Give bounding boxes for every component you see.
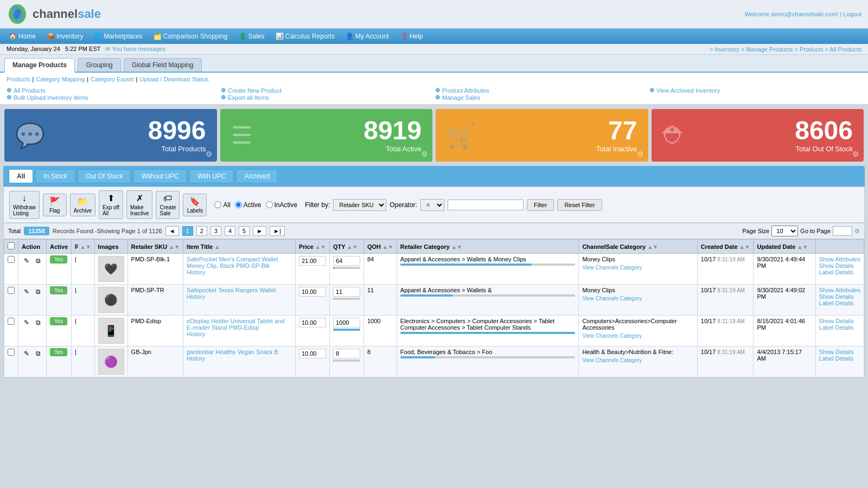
link-category-mapping[interactable]: Category Mapping	[36, 76, 85, 82]
row-checkbox-1[interactable]	[8, 287, 15, 294]
link-category-export[interactable]: Category Export	[91, 76, 133, 82]
stat-settings-inactive[interactable]: ⚙	[637, 150, 644, 158]
filter-by-select[interactable]: Retailer SKU Item Title Price QTY	[333, 199, 386, 211]
btn-flag[interactable]: 🚩 Flag	[43, 194, 67, 216]
action-product-attributes[interactable]: ⊕ Product Attributes	[435, 87, 647, 94]
copy-icon-0[interactable]: ⧉	[33, 256, 43, 266]
page-last[interactable]: ►|	[270, 226, 285, 236]
page-1[interactable]: 1	[182, 226, 193, 236]
page-3[interactable]: 3	[210, 226, 221, 236]
history-link-3[interactable]: History	[187, 355, 292, 362]
tab-out-of-stock[interactable]: Out Of Stock	[78, 169, 131, 183]
nav-home[interactable]: 🏠 Home	[4, 31, 40, 42]
go-to-icon[interactable]: ⚙	[854, 228, 860, 235]
radio-all[interactable]: All	[214, 201, 230, 209]
row-action-3-0[interactable]: Show Details	[819, 349, 860, 355]
nav-sales[interactable]: 💲 Sales	[234, 31, 269, 42]
row-checkbox-0[interactable]	[8, 256, 15, 263]
action-view-archived[interactable]: ⊕ View Archived Inventory	[649, 87, 861, 94]
copy-icon-1[interactable]: ⧉	[33, 287, 43, 297]
page-5[interactable]: 5	[239, 226, 250, 236]
edit-icon-0[interactable]: ✎	[22, 256, 31, 266]
select-all-checkbox[interactable]	[8, 242, 15, 249]
btn-make-inactive[interactable]: ✗ MakeInactive	[126, 190, 152, 219]
price-input-3[interactable]	[299, 349, 326, 358]
item-title-1[interactable]: Safepocket Texas Rangers Wallet	[187, 287, 276, 293]
qty-input-1[interactable]	[333, 287, 360, 297]
row-action-2-1[interactable]: Label Details	[819, 324, 860, 331]
row-action-2-0[interactable]: Show Details	[819, 318, 860, 324]
view-channels-cat-1[interactable]: View Channels Category	[582, 296, 693, 301]
link-upload-download[interactable]: Upload / Download Status	[139, 76, 208, 82]
nav-account[interactable]: 👤 My Account	[341, 31, 393, 42]
page-2[interactable]: 2	[196, 226, 207, 236]
tab-grouping[interactable]: Grouping	[78, 58, 120, 72]
go-to-page-input[interactable]	[833, 226, 852, 236]
stat-settings-outofstock[interactable]: ⚙	[852, 150, 859, 158]
row-action-0-2[interactable]: Label Details	[819, 269, 860, 275]
reset-filter-button[interactable]: Reset Filter	[557, 199, 602, 211]
btn-withdraw-listing[interactable]: ↓ WithdrawListing	[9, 191, 40, 219]
history-link-2[interactable]: History	[187, 331, 292, 337]
tab-manage-products[interactable]: Manage Products	[4, 58, 75, 73]
item-title-3[interactable]: gardenbar Healthy Vegan Snack B	[187, 349, 278, 355]
copy-icon-3[interactable]: ⧉	[33, 349, 43, 358]
nav-inventory[interactable]: 📦 Inventory	[42, 31, 87, 42]
stat-settings-products[interactable]: ⚙	[206, 150, 213, 158]
active-badge-3[interactable]: Yes	[50, 348, 67, 356]
stat-settings-active[interactable]: ⚙	[421, 150, 428, 158]
row-action-0-0[interactable]: Show Attributes	[819, 256, 860, 262]
row-action-1-0[interactable]: Show Attributes	[819, 287, 860, 293]
active-badge-1[interactable]: Yes	[50, 286, 67, 294]
tab-global-field-mapping[interactable]: Global Field Mapping	[124, 58, 201, 72]
item-title-2[interactable]: eDisplay Holder Universal Tablet and E-r…	[187, 318, 284, 331]
action-manage-sales[interactable]: ⊕ Manage Sales	[435, 94, 647, 101]
active-badge-2[interactable]: Yes	[50, 317, 67, 325]
view-channels-cat-3[interactable]: View Channels Category	[582, 357, 693, 363]
btn-create-sale[interactable]: 🏷 CreateSale	[156, 191, 180, 219]
page-size-select[interactable]: 10 25 50 100	[771, 226, 798, 236]
copy-icon-2[interactable]: ⧉	[33, 318, 43, 328]
row-action-1-1[interactable]: Show Details	[819, 293, 860, 300]
tab-all[interactable]: All	[9, 169, 33, 183]
edit-icon-2[interactable]: ✎	[22, 318, 31, 328]
tab-with-upc[interactable]: With UPC	[189, 169, 234, 183]
page-next[interactable]: ►	[253, 226, 266, 236]
btn-archive[interactable]: 📁 Archive	[70, 194, 95, 216]
filter-button[interactable]: Filter	[527, 199, 554, 211]
row-action-0-1[interactable]: Show Details	[819, 262, 860, 269]
view-channels-cat-2[interactable]: View Channels Category	[582, 333, 693, 339]
active-badge-0[interactable]: Yes	[50, 255, 67, 264]
item-title-0[interactable]: SafePocket Men's Compact Wallet Money Cl…	[187, 256, 278, 269]
page-4[interactable]: 4	[225, 226, 235, 236]
radio-inactive[interactable]: InActive	[266, 201, 298, 209]
nav-comparison[interactable]: 🗂️ Comparison Shopping	[149, 31, 232, 42]
qty-input-2[interactable]	[333, 318, 360, 328]
action-bulk-upload[interactable]: ⊕ Bulk Upload Inventory Items	[7, 94, 219, 101]
row-checkbox-3[interactable]	[8, 349, 15, 356]
price-input-1[interactable]	[299, 287, 326, 297]
view-channels-cat-0[interactable]: View Channels Category	[582, 265, 693, 271]
history-link-0[interactable]: History	[187, 269, 292, 275]
link-products[interactable]: Products	[7, 76, 30, 82]
tab-in-stock[interactable]: In Stock	[35, 169, 75, 183]
page-prev[interactable]: ◄	[165, 226, 179, 236]
btn-labels[interactable]: 🔖 Labels	[183, 194, 207, 216]
radio-active[interactable]: Active	[235, 201, 261, 209]
qty-input-0[interactable]	[333, 256, 360, 266]
qty-input-3[interactable]	[333, 349, 360, 358]
btn-exp-off-all[interactable]: ⬆ Exp offAll	[99, 190, 123, 219]
tab-archived[interactable]: Archived	[236, 169, 278, 183]
price-input-0[interactable]	[299, 256, 326, 266]
messages-link[interactable]: ✉ You have messages	[105, 46, 165, 52]
action-export-items[interactable]: ⊕ Export all Items	[221, 94, 433, 101]
nav-reports[interactable]: 📊 Calculus Reports	[271, 31, 339, 42]
nav-help[interactable]: ❓ Help	[395, 31, 427, 42]
edit-icon-3[interactable]: ✎	[22, 349, 31, 358]
price-input-2[interactable]	[299, 318, 326, 328]
action-all-products[interactable]: ⊕ All Products	[7, 87, 219, 94]
nav-marketplaces[interactable]: 🌐 Marketplaces	[90, 31, 146, 42]
row-action-3-1[interactable]: Label Details	[819, 355, 860, 362]
tab-without-upc[interactable]: Without UPC	[133, 169, 187, 183]
action-create-product[interactable]: ⊕ Create New Product	[221, 87, 433, 94]
